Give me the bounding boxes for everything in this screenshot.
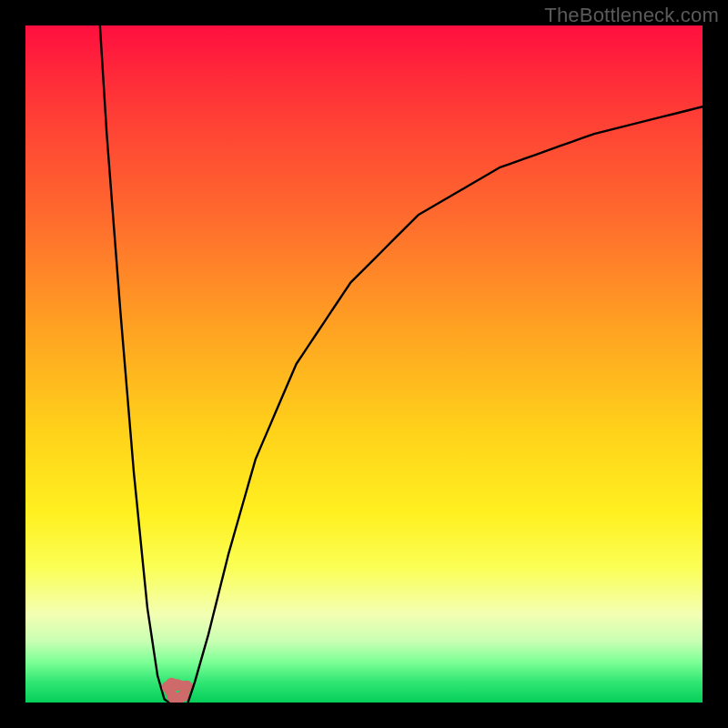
svg-point-6 [166, 678, 177, 690]
chart-svg [25, 25, 703, 703]
plot-area [25, 25, 703, 703]
watermark-text: TheBottleneck.com [544, 4, 719, 27]
chart-frame: TheBottleneck.com [0, 0, 728, 728]
